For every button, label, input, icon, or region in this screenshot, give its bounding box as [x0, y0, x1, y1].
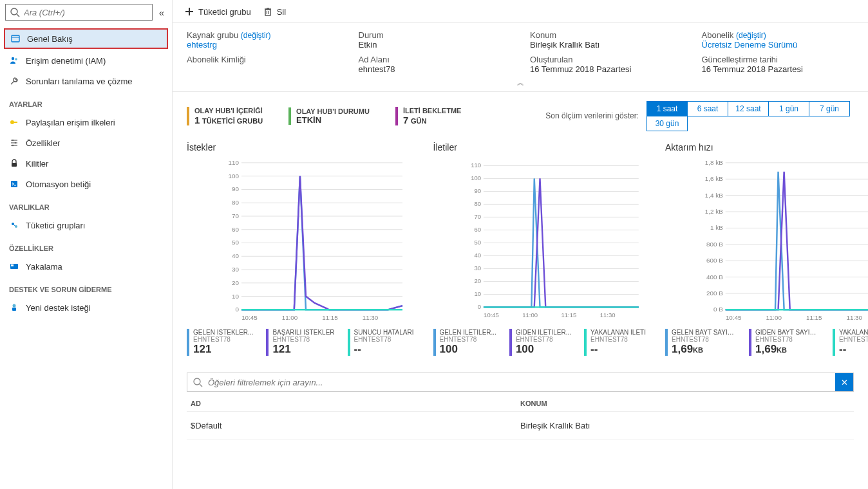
chart-title: Aktarım hızı	[665, 142, 868, 152]
sidebar: « Genel Bakış Erişim denetimi (IAM) Soru…	[0, 0, 173, 489]
trash-icon	[263, 6, 273, 17]
metric: GİDEN BAYT SAYISI (...EHNTEST781,69KB	[749, 329, 820, 356]
sidebar-item-capture[interactable]: Yakalama	[0, 256, 172, 277]
kpi-value: 1	[194, 115, 200, 125]
svg-rect-20	[11, 264, 14, 266]
svg-text:20: 20	[232, 279, 239, 286]
svg-point-13	[12, 145, 14, 147]
svg-text:11:30: 11:30	[846, 314, 862, 321]
kpi-value: ETKİN	[296, 115, 370, 125]
ns-value: ehntest78	[359, 64, 511, 74]
sidebar-collapse-button[interactable]: «	[156, 6, 167, 19]
time-range-button[interactable]: 30 gün	[646, 116, 688, 131]
search-input[interactable]	[5, 4, 153, 21]
created-label: Oluşturulan	[530, 55, 683, 64]
svg-text:0: 0	[236, 306, 240, 313]
sidebar-item-label: Otomasyon betiği	[26, 180, 91, 189]
svg-text:10: 10	[474, 290, 481, 297]
svg-text:30: 30	[474, 264, 481, 272]
people-icon	[9, 55, 19, 66]
column-header-name[interactable]: AD	[191, 400, 520, 407]
sidebar-item-support[interactable]: Yeni destek isteği	[0, 297, 172, 318]
svg-text:200 B: 200 B	[706, 290, 723, 297]
sidebar-item-iam[interactable]: Erişim denetimi (IAM)	[0, 50, 172, 71]
svg-text:0 B: 0 B	[713, 306, 723, 313]
add-consumer-group-button[interactable]: Tüketici grubu	[184, 6, 251, 17]
rg-change-link[interactable]: (değiştir)	[241, 31, 271, 40]
chart-plot[interactable]: 0 B200 B400 B600 B800 B1 kB1,2 kB1,4 kB1…	[665, 156, 868, 324]
chart-plot[interactable]: 010203040506070809010011010:4511:0011:15…	[187, 156, 414, 324]
svg-text:70: 70	[232, 212, 239, 219]
filter-clear-button[interactable]: ✕	[835, 373, 853, 391]
sidebar-item-diagnose[interactable]: Sorunları tanılama ve çözme	[0, 71, 172, 91]
metric: YAKALANAN BAYTLAREHNTEST78--	[833, 329, 868, 356]
wrench-icon	[9, 76, 19, 86]
sub-link[interactable]: Ücretsiz Deneme Sürümü	[702, 40, 854, 50]
sidebar-item-consumer-groups[interactable]: Tüketici grupları	[0, 215, 172, 235]
sidebar-item-automation[interactable]: Otomasyon betiği	[0, 174, 172, 194]
kpi-title: İLETİ BEKLETME	[403, 107, 461, 115]
sidebar-section-settings: AYARLAR	[0, 91, 172, 112]
key-icon	[9, 117, 19, 127]
svg-text:10:45: 10:45	[241, 314, 258, 321]
search-icon	[193, 377, 203, 387]
svg-text:110: 110	[471, 161, 481, 169]
svg-point-16	[12, 223, 14, 225]
svg-text:11:15: 11:15	[561, 311, 576, 318]
support-icon	[9, 302, 19, 313]
time-range-button[interactable]: 6 saat	[687, 101, 728, 116]
svg-text:40: 40	[232, 252, 239, 259]
metric: YAKALANAN İLETİEHNTEST78--	[584, 329, 646, 356]
svg-text:1 kB: 1 kB	[710, 224, 723, 231]
sidebar-section-features: ÖZELLİKLER	[0, 235, 172, 256]
svg-rect-14	[12, 163, 17, 167]
svg-text:60: 60	[232, 226, 239, 233]
svg-text:1,2 kB: 1,2 kB	[705, 208, 723, 215]
svg-point-11	[12, 140, 14, 142]
sidebar-item-label: Paylaşılan erişim ilkeleri	[26, 118, 115, 127]
svg-text:50: 50	[474, 239, 481, 246]
svg-text:60: 60	[474, 226, 481, 233]
svg-text:50: 50	[232, 239, 239, 246]
sidebar-item-locks[interactable]: Kilitler	[0, 153, 172, 174]
properties-icon	[9, 138, 19, 148]
filter-input[interactable]	[208, 378, 830, 387]
metric: GELEN İLETİLER...EHNTEST78100	[433, 329, 496, 356]
svg-text:400 B: 400 B	[706, 273, 723, 281]
time-range-label: Son ölçüm verilerini göster:	[545, 111, 639, 120]
table-row[interactable]: $DefaultBirleşik Krallık Batı	[187, 412, 854, 440]
metric: GELEN İSTEKLER...EHNTEST78121	[187, 329, 253, 356]
sub-change-link[interactable]: (değiştir)	[736, 31, 766, 40]
sidebar-item-label: Yeni destek isteği	[26, 303, 91, 313]
toolbar-label: Sil	[277, 7, 286, 17]
svg-text:80: 80	[232, 199, 239, 206]
sidebar-item-properties[interactable]: Özellikler	[0, 133, 172, 153]
chart-plot[interactable]: 010203040506070809010011010:4511:0011:15…	[433, 156, 646, 324]
sidebar-item-shared-access[interactable]: Paylaşılan erişim ilkeleri	[0, 112, 172, 133]
svg-text:600 B: 600 B	[706, 257, 723, 264]
metric: GELEN BAYT SAYISI (...EHNTEST781,69KB	[665, 329, 736, 356]
time-range-button[interactable]: 12 saat	[728, 101, 769, 116]
plus-icon	[184, 6, 194, 17]
ns-label: Ad Alanı	[359, 55, 511, 64]
toolbar-label: Tüketici grubu	[198, 7, 251, 17]
svg-text:0: 0	[477, 303, 480, 310]
sidebar-item-label: Özellikler	[26, 138, 60, 148]
essentials-collapse-handle[interactable]: ︽	[173, 78, 868, 88]
created-value: 16 Temmuz 2018 Pazartesi	[530, 64, 683, 74]
svg-text:80: 80	[474, 200, 481, 207]
sidebar-item-overview[interactable]: Genel Bakış	[4, 28, 168, 49]
sub-label: Abonelik	[702, 30, 734, 40]
kpi-status: OLAY HUB'I DURUMU ETKİN	[288, 107, 370, 125]
svg-rect-15	[11, 181, 17, 187]
time-range-button[interactable]: 7 gün	[809, 101, 850, 116]
rg-link[interactable]: ehtestrg	[187, 40, 339, 50]
column-header-location[interactable]: KONUM	[520, 400, 850, 407]
capture-icon	[9, 261, 19, 272]
time-range-button[interactable]: 1 saat	[646, 101, 688, 116]
svg-text:100: 100	[229, 172, 240, 180]
time-range-button[interactable]: 1 gün	[768, 101, 809, 116]
delete-button[interactable]: Sil	[263, 6, 286, 17]
svg-point-5	[15, 58, 17, 60]
sidebar-item-label: Yakalama	[26, 262, 62, 272]
